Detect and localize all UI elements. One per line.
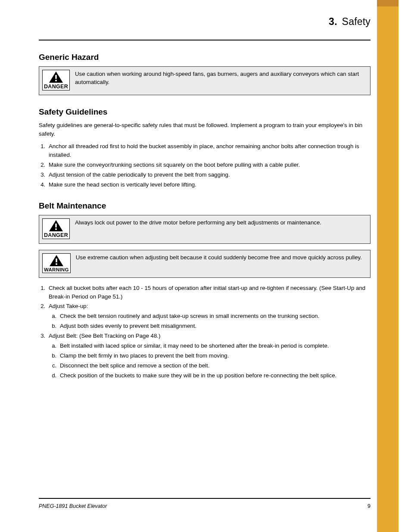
danger-word: DANGER <box>44 232 68 238</box>
chapter-title: Safety <box>342 16 371 27</box>
list-item: Check position of the buckets to make su… <box>58 371 371 380</box>
list-item: Check the belt tension routinely and adj… <box>58 312 371 320</box>
belt-maintenance-list: Check all bucket bolts after each 10 - 1… <box>39 284 371 380</box>
danger-callout-belt: DANGER Always lock out power to the driv… <box>39 215 371 244</box>
list-item: Adjust both sides evenly to prevent belt… <box>58 322 371 330</box>
list-item: Adjust Take-up: Check the belt tension r… <box>47 302 371 330</box>
list-item: Make sure the head section is vertically… <box>47 180 371 189</box>
svg-point-8 <box>56 263 57 264</box>
header-rule <box>39 40 371 40</box>
warning-label: WARNING <box>42 253 71 273</box>
list-item-text: Check all bucket bolts after each 10 - 1… <box>49 285 365 300</box>
danger-word: DANGER <box>44 84 68 90</box>
list-item: Clamp the belt firmly in two places to p… <box>58 352 371 360</box>
list-item: Check all bucket bolts after each 10 - 1… <box>47 284 371 301</box>
side-tab <box>377 0 399 532</box>
sub-list: Belt installed with laced splice or simi… <box>49 342 371 380</box>
danger-body: Always lock out power to the drive motor… <box>75 218 364 227</box>
section-title-belt-maintenance: Belt Maintenance <box>39 201 371 211</box>
list-item: Make sure the conveyor/trunking sections… <box>47 161 371 169</box>
list-item-text: Adjust Take-up: <box>49 303 88 309</box>
list-item-text: Adjust Belt: (See Belt Tracking on Page … <box>49 333 160 339</box>
chapter-header: 3. Safety <box>39 16 371 28</box>
list-item: Disconnect the belt splice and remove a … <box>58 361 371 370</box>
svg-rect-4 <box>55 224 56 227</box>
svg-rect-7 <box>56 258 57 262</box>
page-footer: PNEG-1891 Bucket Elevator 9 <box>39 503 371 509</box>
danger-callout-generic: DANGER Use caution when working around h… <box>39 66 371 95</box>
footer-title: PNEG-1891 Bucket Elevator <box>39 503 107 509</box>
side-tab-notch <box>377 0 399 6</box>
alert-icon <box>49 71 63 83</box>
alert-icon <box>49 255 64 267</box>
safety-guidelines-intro: Safety guidelines are general-to-specifi… <box>39 121 371 138</box>
safety-guidelines-list: Anchor all threaded rod first to hold th… <box>39 142 371 189</box>
warning-body: Use extreme caution when adjusting belt … <box>76 253 364 261</box>
list-item: Adjust tension of the cable periodically… <box>47 171 371 179</box>
svg-point-5 <box>55 228 57 230</box>
warning-word: WARNING <box>44 267 69 272</box>
danger-label: DANGER <box>42 70 70 90</box>
section-title-safety-guidelines: Safety Guidelines <box>39 107 371 117</box>
list-item: Belt installed with laced splice or simi… <box>58 342 371 350</box>
section-title-generic-hazard: Generic Hazard <box>39 53 371 62</box>
sub-list: Check the belt tension routinely and adj… <box>49 312 371 330</box>
list-item: Anchor all threaded rod first to hold th… <box>47 142 371 159</box>
svg-point-2 <box>55 80 57 81</box>
warning-callout-belt: WARNING Use extreme caution when adjusti… <box>39 250 371 278</box>
page-number: 9 <box>367 503 371 509</box>
list-item: Adjust Belt: (See Belt Tracking on Page … <box>47 332 371 380</box>
danger-body: Use caution when working around high-spe… <box>75 70 364 87</box>
chapter-number: 3. <box>329 16 337 27</box>
svg-rect-1 <box>55 75 56 79</box>
alert-icon <box>49 220 63 232</box>
footer-rule <box>39 498 371 499</box>
danger-label: DANGER <box>42 218 70 239</box>
